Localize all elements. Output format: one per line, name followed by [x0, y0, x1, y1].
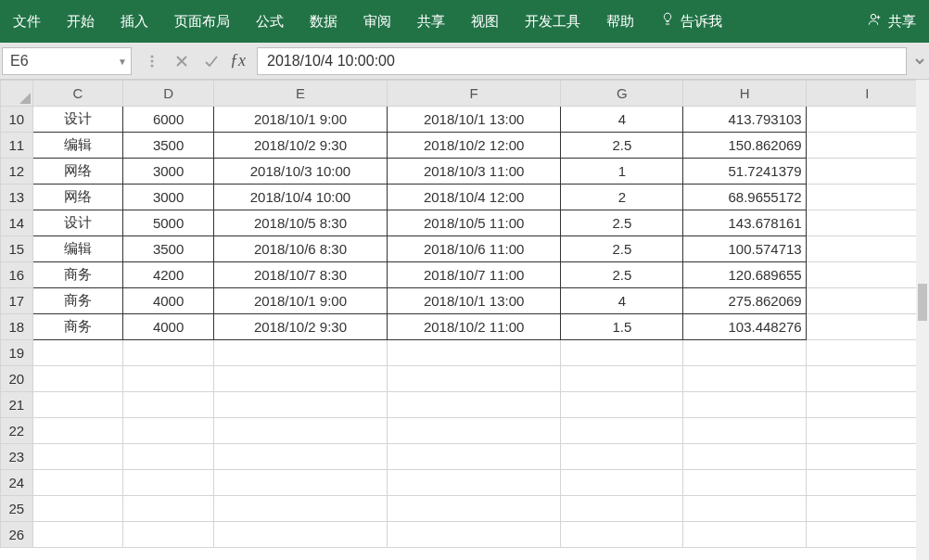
- tell-me-button[interactable]: 告诉我: [647, 0, 735, 43]
- cell-D14[interactable]: 5000: [123, 210, 214, 236]
- cell-E23[interactable]: [213, 444, 387, 470]
- cell-H19[interactable]: [683, 340, 806, 366]
- tab-review[interactable]: 审阅: [350, 0, 404, 43]
- cell-H12[interactable]: 51.7241379: [683, 159, 806, 185]
- cell-F12[interactable]: 2018/10/3 11:00: [388, 159, 561, 185]
- cell-C26[interactable]: [32, 522, 123, 548]
- cell-E24[interactable]: [213, 470, 387, 496]
- cell-D24[interactable]: [123, 470, 214, 496]
- row-header-21[interactable]: 21: [1, 392, 33, 418]
- cancel-button[interactable]: [167, 47, 197, 75]
- row-header-17[interactable]: 17: [1, 288, 33, 314]
- cell-F20[interactable]: [388, 366, 561, 392]
- share-button[interactable]: 共享: [855, 0, 929, 43]
- cell-H17[interactable]: 275.862069: [683, 288, 806, 314]
- row-header-13[interactable]: 13: [1, 185, 33, 210]
- tab-developer[interactable]: 开发工具: [512, 0, 593, 43]
- cell-E12[interactable]: 2018/10/3 10:00: [213, 159, 387, 185]
- cell-E25[interactable]: [213, 496, 387, 522]
- vertical-scrollbar[interactable]: [916, 80, 929, 560]
- cell-E18[interactable]: 2018/10/2 9:30: [213, 314, 387, 340]
- cell-F26[interactable]: [388, 522, 561, 548]
- row-header-15[interactable]: 15: [1, 236, 33, 262]
- cell-I14[interactable]: [806, 210, 928, 236]
- cell-G15[interactable]: 2.5: [561, 236, 683, 262]
- cell-I24[interactable]: [806, 470, 928, 496]
- sheet-table[interactable]: CDEFGHI10设计60002018/10/1 9:002018/10/1 1…: [0, 80, 929, 548]
- cell-E13[interactable]: 2018/10/4 10:00: [213, 185, 387, 210]
- cell-D26[interactable]: [123, 522, 214, 548]
- cell-D21[interactable]: [123, 392, 214, 418]
- fx-icon[interactable]: ƒx: [226, 51, 257, 70]
- cell-E15[interactable]: 2018/10/6 8:30: [213, 236, 387, 262]
- cell-C15[interactable]: 编辑: [32, 236, 123, 262]
- cell-C16[interactable]: 商务: [32, 262, 123, 288]
- cell-I25[interactable]: [806, 496, 928, 522]
- cell-E16[interactable]: 2018/10/7 8:30: [213, 262, 387, 288]
- cell-G18[interactable]: 1.5: [561, 314, 683, 340]
- cell-G20[interactable]: [561, 366, 683, 392]
- cell-C13[interactable]: 网络: [32, 185, 123, 210]
- row-header-10[interactable]: 10: [1, 107, 33, 133]
- col-header-F[interactable]: F: [388, 81, 561, 107]
- cell-C18[interactable]: 商务: [32, 314, 123, 340]
- cell-H15[interactable]: 100.574713: [683, 236, 806, 262]
- cell-C12[interactable]: 网络: [32, 159, 123, 185]
- col-header-D[interactable]: D: [123, 81, 214, 107]
- cell-I22[interactable]: [806, 418, 928, 444]
- cell-G13[interactable]: 2: [561, 185, 683, 210]
- cell-C10[interactable]: 设计: [32, 107, 123, 133]
- cell-G14[interactable]: 2.5: [561, 210, 683, 236]
- tab-insert[interactable]: 插入: [108, 0, 161, 43]
- cell-G22[interactable]: [561, 418, 683, 444]
- cell-I12[interactable]: [806, 159, 928, 185]
- cell-G26[interactable]: [561, 522, 683, 548]
- cell-H13[interactable]: 68.9655172: [683, 185, 806, 210]
- cell-F11[interactable]: 2018/10/2 12:00: [388, 133, 561, 159]
- cell-F25[interactable]: [388, 496, 561, 522]
- cell-C24[interactable]: [32, 470, 123, 496]
- row-header-11[interactable]: 11: [1, 133, 33, 159]
- cell-F16[interactable]: 2018/10/7 11:00: [388, 262, 561, 288]
- cell-E11[interactable]: 2018/10/2 9:30: [213, 133, 387, 159]
- cell-D18[interactable]: 4000: [123, 314, 214, 340]
- tab-data[interactable]: 数据: [297, 0, 350, 43]
- col-header-G[interactable]: G: [561, 81, 683, 107]
- cell-F13[interactable]: 2018/10/4 12:00: [388, 185, 561, 210]
- cell-C20[interactable]: [32, 366, 123, 392]
- cell-H21[interactable]: [683, 392, 806, 418]
- cell-F22[interactable]: [388, 418, 561, 444]
- cell-H10[interactable]: 413.793103: [683, 107, 806, 133]
- scrollbar-thumb[interactable]: [918, 284, 927, 321]
- cell-H20[interactable]: [683, 366, 806, 392]
- cell-H26[interactable]: [683, 522, 806, 548]
- cell-D15[interactable]: 3500: [123, 236, 214, 262]
- cell-I21[interactable]: [806, 392, 928, 418]
- cell-D23[interactable]: [123, 444, 214, 470]
- cell-I15[interactable]: [806, 236, 928, 262]
- row-header-20[interactable]: 20: [1, 366, 33, 392]
- cell-H16[interactable]: 120.689655: [683, 262, 806, 288]
- cell-G24[interactable]: [561, 470, 683, 496]
- cell-G23[interactable]: [561, 444, 683, 470]
- row-header-22[interactable]: 22: [1, 418, 33, 444]
- more-icon[interactable]: [137, 47, 167, 75]
- cell-E19[interactable]: [213, 340, 387, 366]
- row-header-16[interactable]: 16: [1, 262, 33, 288]
- cell-D11[interactable]: 3500: [123, 133, 214, 159]
- row-header-25[interactable]: 25: [1, 496, 33, 522]
- cell-C22[interactable]: [32, 418, 123, 444]
- cell-E10[interactable]: 2018/10/1 9:00: [213, 107, 387, 133]
- formula-input[interactable]: 2018/10/4 10:00:00: [257, 47, 907, 75]
- row-header-18[interactable]: 18: [1, 314, 33, 340]
- cell-F17[interactable]: 2018/10/1 13:00: [388, 288, 561, 314]
- cell-E22[interactable]: [213, 418, 387, 444]
- cell-F21[interactable]: [388, 392, 561, 418]
- cell-H14[interactable]: 143.678161: [683, 210, 806, 236]
- cell-D19[interactable]: [123, 340, 214, 366]
- cell-H11[interactable]: 150.862069: [683, 133, 806, 159]
- cell-F24[interactable]: [388, 470, 561, 496]
- cell-F18[interactable]: 2018/10/2 11:00: [388, 314, 561, 340]
- cell-I11[interactable]: [806, 133, 928, 159]
- cell-I19[interactable]: [806, 340, 928, 366]
